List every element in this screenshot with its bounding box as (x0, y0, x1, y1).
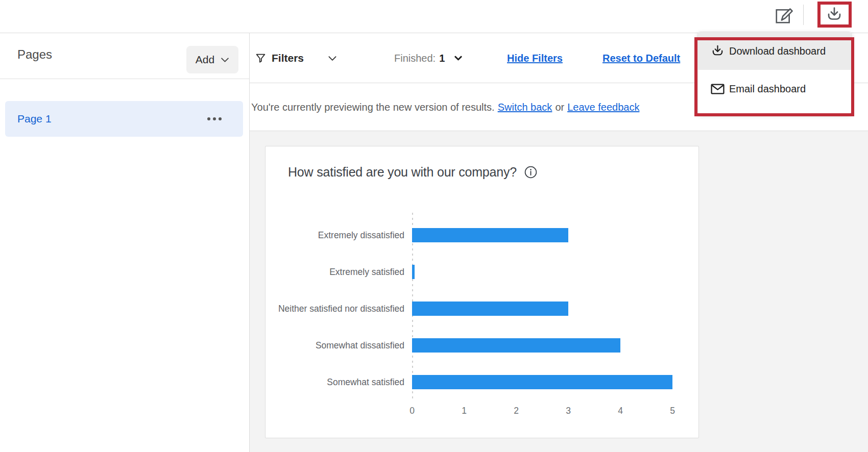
funnel-icon (255, 53, 266, 64)
edit-dashboard-button[interactable] (771, 3, 796, 28)
bar[interactable] (412, 265, 415, 279)
sidebar-item-page-1[interactable]: Page 1 (5, 101, 243, 137)
page-item-label: Page 1 (17, 113, 52, 125)
download-tray-icon (826, 7, 843, 23)
add-button-label: Add (196, 54, 214, 66)
x-tick-label: 3 (566, 406, 571, 416)
chevron-down-icon (221, 57, 229, 63)
sidebar-header: Pages Add (0, 33, 249, 79)
pages-title: Pages (17, 47, 52, 62)
chevron-down-icon (328, 56, 337, 61)
bar-row: Somewhat satisfied (266, 364, 700, 400)
bar-chart: Extremely dissatisfiedExtremely satisfie… (266, 217, 700, 419)
chart-title: How satisfied are you with our company? (288, 165, 517, 180)
dashboard-content: How satisfied are you with our company? … (250, 131, 868, 452)
x-tick-label: 5 (670, 406, 675, 416)
finished-filter-chip[interactable]: Finished: 1 (394, 33, 462, 83)
menu-item-download-dashboard[interactable]: Download dashboard (698, 32, 851, 70)
bar[interactable] (412, 228, 568, 242)
leave-feedback-link[interactable]: Leave feedback (567, 102, 639, 113)
reset-to-default-link[interactable]: Reset to Default (602, 53, 680, 64)
x-tick-label: 0 (409, 406, 415, 416)
x-tick-label: 2 (514, 406, 519, 416)
finished-filter-label: Finished: (394, 53, 436, 64)
switch-back-link[interactable]: Switch back (498, 102, 552, 113)
bar-label: Extremely dissatisfied (266, 229, 412, 241)
bar-label: Somewhat dissatisfied (266, 339, 412, 351)
menu-item-label: Download dashboard (729, 45, 826, 57)
download-icon (711, 45, 725, 58)
chevron-down-bold-icon (454, 56, 462, 61)
info-circle-icon[interactable] (524, 165, 538, 179)
hide-filters-link[interactable]: Hide Filters (507, 53, 563, 64)
add-page-button[interactable]: Add (186, 46, 238, 73)
bar[interactable] (412, 302, 568, 316)
edit-compose-icon (774, 6, 793, 25)
menu-item-email-dashboard[interactable]: Email dashboard (698, 70, 851, 108)
x-tick-label: 1 (462, 406, 467, 416)
x-axis: 012345 (412, 404, 672, 419)
bar-label: Somewhat satisfied (266, 376, 412, 388)
bar-row: Somewhat dissatisfied (266, 327, 700, 364)
x-tick-label: 4 (618, 406, 623, 416)
chart-rows: Extremely dissatisfiedExtremely satisfie… (266, 217, 700, 400)
bar-label: Extremely satisfied (266, 266, 412, 278)
preview-notice-text: You're currently previewing the new vers… (251, 102, 495, 113)
download-dashboard-button[interactable] (821, 5, 848, 25)
top-toolbar (0, 0, 868, 33)
menu-item-label: Email dashboard (729, 83, 806, 95)
chart-widget-card: How satisfied are you with our company? … (265, 146, 699, 438)
filters-dropdown[interactable]: Filters (255, 33, 337, 83)
bar-row: Neither satisfied nor dissatisfied (266, 290, 700, 327)
pages-sidebar: Pages Add Page 1 (0, 33, 250, 452)
notice-connector: or (555, 102, 564, 113)
bar-label: Neither satisfied nor dissatisfied (266, 303, 412, 315)
bar[interactable] (412, 338, 620, 353)
email-envelope-icon (711, 84, 725, 94)
bar[interactable] (412, 375, 672, 389)
bar-row: Extremely satisfied (266, 254, 700, 290)
bar-row: Extremely dissatisfied (266, 217, 700, 254)
download-menu: Download dashboard Email dashboard (697, 32, 852, 114)
toolbar-divider (803, 5, 804, 25)
filters-label: Filters (272, 52, 304, 64)
page-options-ellipsis-icon[interactable] (204, 114, 225, 123)
finished-filter-value: 1 (439, 53, 445, 64)
